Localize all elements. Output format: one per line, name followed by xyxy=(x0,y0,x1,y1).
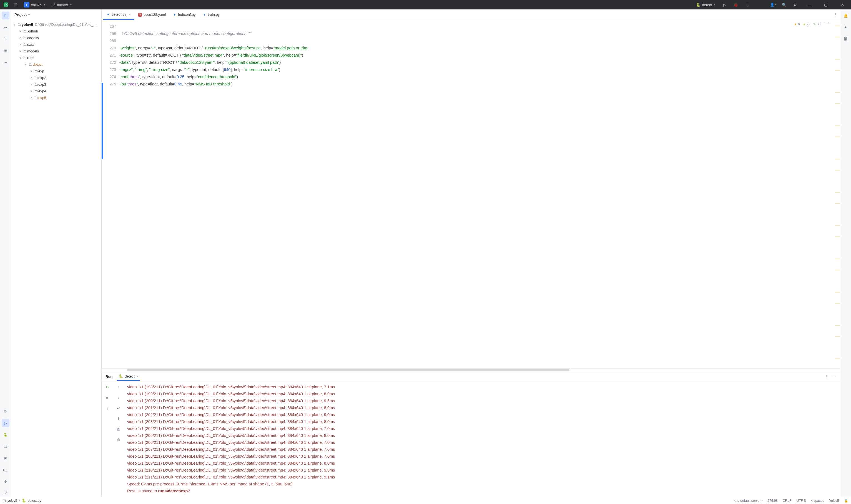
commit-tool-button[interactable]: ⊶ xyxy=(2,23,10,31)
tree-item[interactable]: >🗀exp xyxy=(11,68,101,74)
project-panel-title: Project xyxy=(14,13,27,17)
project-tree[interactable]: v🗀yolov5D:\Git-res\DeepLearing\DL_01\Yol… xyxy=(11,20,101,497)
more-tool-button[interactable]: ⋯ xyxy=(2,58,10,66)
services-tool-button[interactable]: ❒ xyxy=(2,443,10,450)
tree-item[interactable]: >🗀exp3 xyxy=(11,81,101,88)
python-console-tool-button[interactable]: 🐍 xyxy=(2,431,10,438)
clear-all-icon[interactable]: 🗑 xyxy=(115,436,122,444)
chevron-right-icon: › xyxy=(19,499,20,503)
print-icon[interactable]: 🖶 xyxy=(115,425,122,433)
chevron-down-icon: ▾ xyxy=(44,3,45,6)
chevron-up-icon[interactable]: ˄ xyxy=(823,22,825,26)
python-icon xyxy=(22,499,26,503)
hide-panel-icon[interactable]: — xyxy=(832,375,836,379)
console-line: video 1/1 (202/211) D:\Git-res\DeepLeari… xyxy=(127,411,837,418)
tab-options-icon[interactable]: ⋮ xyxy=(831,10,840,20)
tree-item[interactable]: v🗀runs xyxy=(11,54,101,61)
problems-tool-button[interactable]: ⊘ xyxy=(2,478,10,485)
console-line: video 1/1 (211/211) D:\Git-res\DeepLeari… xyxy=(127,474,837,481)
tree-item[interactable]: >🗀exp2 xyxy=(11,74,101,81)
close-icon[interactable]: × xyxy=(136,374,139,378)
tree-root[interactable]: v🗀yolov5D:\Git-res\DeepLearing\DL_01\Yol… xyxy=(11,21,101,28)
tree-item[interactable]: >🗀.github xyxy=(11,28,101,34)
weak-warnings-count: 22 xyxy=(802,22,810,26)
vcs-branch[interactable]: ⎇ master ▾ xyxy=(50,1,73,8)
ai-assistant-tool-button[interactable]: ✦ xyxy=(842,23,850,31)
run-button[interactable]: ▷ xyxy=(721,1,728,8)
editor-tab[interactable]: train.py xyxy=(199,10,224,20)
main-menu-icon[interactable]: ☰ xyxy=(12,1,19,8)
editor-area: detect.py×coco128.yamlhubconf.pytrain.py… xyxy=(102,10,840,497)
status-server[interactable]: <no default server> xyxy=(734,499,762,503)
scrollbar-thumb[interactable] xyxy=(127,369,570,372)
status-indent[interactable]: 4 spaces xyxy=(811,499,824,503)
status-encoding[interactable]: UTF-8 xyxy=(796,499,806,503)
project-panel-header[interactable]: Project ▾ xyxy=(11,10,101,20)
typos-count: 38 xyxy=(813,22,820,26)
sciview-tool-button[interactable]: ◉ xyxy=(2,454,10,462)
run-tab[interactable]: detect × xyxy=(117,372,140,381)
editor-tab[interactable]: hubconf.py xyxy=(170,10,199,20)
scroll-to-end-icon[interactable]: ⤓ xyxy=(115,415,122,422)
up-stack-icon[interactable]: ↑ xyxy=(115,383,122,391)
project-panel: Project ▾ v🗀yolov5D:\Git-res\DeepLearing… xyxy=(11,10,102,497)
tree-item[interactable]: >🗀classify xyxy=(11,34,101,41)
minimize-button[interactable]: — xyxy=(803,0,815,10)
run-toolbar-left: ↻ ■ ⋮ xyxy=(102,381,113,497)
crumb-project: yolov5 xyxy=(7,499,17,503)
editor-tab[interactable]: detect.py× xyxy=(103,10,134,20)
inspections-widget[interactable]: 8 22 38 ˄ ˅ xyxy=(794,22,829,26)
status-caret-pos[interactable]: 276:98 xyxy=(767,499,778,503)
run-config-selector[interactable]: detect ▾ xyxy=(694,1,717,8)
soft-wrap-icon[interactable]: ↩ xyxy=(115,404,122,412)
tree-item[interactable]: >🗀data xyxy=(11,41,101,48)
search-icon[interactable]: 🔍 xyxy=(780,1,788,8)
run-panel-title: Run xyxy=(105,375,112,379)
rerun-button[interactable]: ↻ xyxy=(103,383,111,391)
status-interpreter[interactable]: Yolov5 xyxy=(829,499,839,503)
tab-label: coco128.yaml xyxy=(143,13,166,17)
project-selector[interactable]: Y yolov5 ▾ xyxy=(22,1,47,8)
error-stripe[interactable] xyxy=(835,20,840,368)
down-stack-icon[interactable]: ↓ xyxy=(115,394,122,401)
statusbar: ▢ yolov5 › detect.py <no default server>… xyxy=(0,497,851,504)
chevron-down-icon: ▾ xyxy=(714,3,715,6)
vcs-tool-button[interactable]: ⎇ xyxy=(2,489,10,497)
console-line: video 1/1 (210/211) D:\Git-res\DeepLeari… xyxy=(127,467,837,474)
editor-tab[interactable]: coco128.yaml xyxy=(134,10,170,20)
code-editor[interactable]: YOLOv5 detection, setting inference opti… xyxy=(119,20,835,368)
debug-button[interactable]: 🐞 xyxy=(732,1,740,8)
stop-button[interactable]: ■ xyxy=(103,394,111,401)
maximize-button[interactable]: ▢ xyxy=(819,0,832,10)
console-line: video 1/1 (200/211) D:\Git-res\DeepLeari… xyxy=(127,397,837,404)
run-tab-label: detect xyxy=(125,374,134,378)
project-tool-button[interactable]: 🗀 xyxy=(2,12,10,19)
status-lock-icon[interactable]: 🔒 xyxy=(844,499,848,503)
run-tool-button[interactable]: ▷ xyxy=(2,419,10,427)
console-line: video 1/1 (203/211) D:\Git-res\DeepLeari… xyxy=(127,418,837,425)
tree-item[interactable]: v🗀detect xyxy=(11,61,101,68)
close-button[interactable]: ✕ xyxy=(836,0,849,10)
ide-logo-icon[interactable]: PC xyxy=(2,1,10,8)
refresh-tool-button[interactable]: ⟳ xyxy=(2,408,10,415)
tab-label: detect.py xyxy=(111,12,126,16)
settings-icon[interactable]: ⚙ xyxy=(792,1,799,8)
run-console[interactable]: video 1/1 (198/211) D:\Git-res\DeepLeari… xyxy=(124,381,840,497)
notifications-tool-button[interactable]: 🔔 xyxy=(842,12,850,19)
tree-item[interactable]: >🗀exp4 xyxy=(11,88,101,94)
pull-requests-tool-button[interactable]: ⇅ xyxy=(2,35,10,43)
run-panel-options-icon[interactable]: ⋮ xyxy=(825,375,829,379)
chevron-down-icon[interactable]: ˅ xyxy=(828,22,829,26)
tree-item[interactable]: >🗀exp5 xyxy=(11,94,101,101)
navigation-bar[interactable]: ▢ yolov5 › detect.py xyxy=(3,499,41,503)
horizontal-scrollbar[interactable] xyxy=(102,368,840,372)
tree-item[interactable]: >🗀models xyxy=(11,48,101,54)
more-run-actions-icon[interactable]: ⋮ xyxy=(103,404,111,412)
code-with-me-icon[interactable]: 👤⁺ xyxy=(769,1,777,8)
close-icon[interactable]: × xyxy=(128,12,131,16)
status-eol[interactable]: CRLF xyxy=(783,499,791,503)
terminal-tool-button[interactable]: ▸_ xyxy=(2,466,10,473)
structure-tool-button[interactable]: ▦ xyxy=(2,47,10,54)
database-tool-button[interactable]: 🗄 xyxy=(842,35,850,43)
more-actions-icon[interactable]: ⋮ xyxy=(743,1,750,8)
